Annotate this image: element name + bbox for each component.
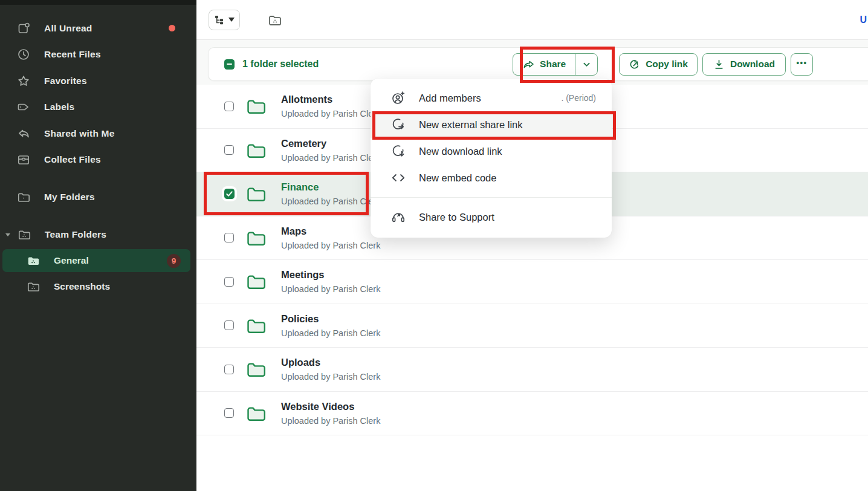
menu-item-share-to-support[interactable]: Share to Support [371,204,612,230]
folder-text: Website Videos Uploaded by Parish Clerk [281,401,380,426]
sidebar: All Unread Recent Files Favorites L [0,0,196,491]
download-icon [713,59,725,70]
folder-icon [247,273,266,290]
share-dropdown-menu: Add members . (Period) New external shar… [371,79,612,238]
more-icon: ••• [796,58,807,67]
download-button[interactable]: Download [702,53,786,76]
sidebar-item-label: Recent Files [44,49,101,60]
folder-row-meetings[interactable]: Meetings Uploaded by Parish Clerk [196,260,868,304]
selection-status: 1 folder selected [242,59,319,70]
folder-subtitle: Uploaded by Parish Clerk [281,109,380,119]
menu-item-label: New download link [419,146,502,157]
share-icon [523,59,534,70]
sidebar-item-my-folders[interactable]: My Folders [0,184,196,210]
upload-link[interactable]: U [860,15,867,25]
menu-divider [371,197,612,198]
folder-text: Maps Uploaded by Parish Clerk [281,226,380,250]
menu-item-new-external-share-link[interactable]: New external share link [371,111,612,138]
folder-subtitle: Uploaded by Parish Clerk [281,284,380,294]
folder-text: Meetings Uploaded by Parish Clerk [281,269,380,294]
add-members-icon [391,91,406,105]
team-folder-icon[interactable] [268,13,282,27]
folder-icon [247,317,266,334]
folder-name: Maps [281,226,380,237]
row-checkbox[interactable] [224,233,234,242]
sidebar-item-general[interactable]: General 9 [2,249,190,272]
sidebar-item-label: My Folders [44,192,95,203]
check-icon [226,190,233,197]
menu-item-label: Add members [419,93,481,104]
sidebar-item-label: Screenshots [54,281,110,292]
unread-dot [169,25,175,31]
external-share-link-icon [391,117,406,132]
sidebar-item-label: Team Folders [45,229,106,240]
sidebar-item-label: General [54,255,89,266]
row-checkbox[interactable] [224,320,234,330]
sidebar-top-strip [0,0,196,5]
row-checkbox-checked[interactable] [224,189,235,199]
menu-item-new-embed-code[interactable]: New embed code [371,164,612,191]
folder-icon [247,98,266,114]
row-checkbox[interactable] [224,145,234,155]
sidebar-item-all-unread[interactable]: All Unread [0,15,196,42]
folder-text: Cemetery Uploaded by Parish Clerk [281,138,380,163]
row-checkbox[interactable] [224,277,234,287]
embed-code-icon [391,171,406,185]
row-checkbox[interactable] [224,408,234,418]
sidebar-item-recent-files[interactable]: Recent Files [0,42,196,68]
sidebar-item-labels[interactable]: Labels [0,94,196,121]
tree-view-icon [215,15,224,25]
menu-item-label: New embed code [419,172,496,184]
team-folders-icon [18,228,31,241]
sidebar-item-favorites[interactable]: Favorites [0,68,196,94]
folder-name: Allotments [281,94,380,105]
sidebar-item-label: Shared with Me [44,128,114,139]
download-link-icon [391,144,406,158]
labels-tag-icon [17,100,30,114]
sidebar-item-label: Labels [44,102,74,112]
menu-item-add-members[interactable]: Add members . (Period) [371,85,612,111]
folder-subtitle: Uploaded by Parish Clerk [281,416,380,426]
sidebar-item-label: Collect Files [44,154,101,165]
chevron-down-icon [228,18,235,22]
menu-item-label: New external share link [419,119,523,131]
sidebar-item-collect-files[interactable]: Collect Files [0,147,196,174]
share-split-button: Share [513,53,598,76]
share-button-label: Share [540,59,566,70]
more-actions-button[interactable]: ••• [791,53,813,76]
menu-item-label: Share to Support [419,212,494,223]
menu-item-new-download-link[interactable]: New download link [371,138,612,164]
folder-subtitle: Uploaded by Parish Clerk [281,197,380,206]
sidebar-item-shared-with-me[interactable]: Shared with Me [0,120,196,147]
folder-row-policies[interactable]: Policies Uploaded by Parish Clerk [196,304,868,348]
team-folder-outline-icon [27,280,40,293]
folder-row-uploads[interactable]: Uploads Uploaded by Parish Clerk [196,348,868,392]
folder-icon [247,142,266,158]
row-checkbox[interactable] [224,102,234,111]
folder-icon [247,361,266,377]
folder-icon [247,230,266,246]
folder-name: Meetings [281,269,380,281]
folder-row-website-videos[interactable]: Website Videos Uploaded by Parish Clerk [196,392,868,436]
collect-files-icon [17,153,30,166]
row-checkbox[interactable] [224,365,234,374]
sidebar-item-team-folders[interactable]: Team Folders [0,222,196,249]
folder-subtitle: Uploaded by Parish Clerk [281,241,380,250]
folder-text: Policies Uploaded by Parish Clerk [281,313,380,338]
selection-band: 1 folder selected Share [196,40,868,85]
folder-icon [247,186,266,202]
selection-actions: Share Copy link Download [513,53,813,76]
sidebar-item-screenshots[interactable]: Screenshots [2,273,190,300]
share-button[interactable]: Share [513,54,575,75]
folder-subtitle: Uploaded by Parish Clerk [281,153,380,163]
select-all-checkbox[interactable] [224,59,235,70]
view-mode-dropdown[interactable] [209,10,240,30]
copy-link-button[interactable]: Copy link [619,53,698,76]
top-toolbar: U [196,0,868,40]
folder-text: Allotments Uploaded by Parish Clerk [281,94,380,119]
share-dropdown-toggle[interactable] [575,54,597,75]
chevron-down-icon[interactable] [5,232,11,238]
folder-icon [247,405,266,421]
menu-item-shortcut: . (Period) [561,93,596,103]
sidebar-item-label: All Unread [44,23,92,34]
